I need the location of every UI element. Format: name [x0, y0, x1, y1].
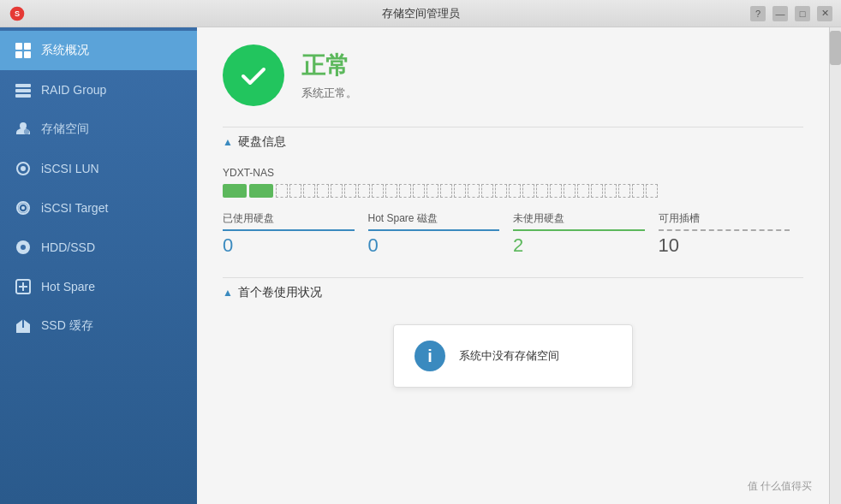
- disk-bar-hot: [249, 184, 273, 198]
- disk-bar-dash: [276, 184, 288, 198]
- disk-stat-used-value: 0: [223, 229, 355, 257]
- iscsi-lun-icon: [14, 159, 33, 178]
- sidebar-label-system-overview: 系统概况: [41, 43, 89, 58]
- disk-bar-dash: [495, 184, 507, 198]
- scrollbar-track[interactable]: [829, 27, 841, 504]
- close-button[interactable]: ✕: [817, 6, 832, 21]
- main-content: 正常 系统正常。 ▲ 硬盘信息 YDXT-NAS 已使用硬盘 0: [197, 27, 829, 504]
- collapse-arrow-disk: ▲: [223, 136, 233, 148]
- no-storage-text: 系统中没有存储空间: [459, 348, 559, 364]
- sidebar-item-raid-group[interactable]: RAID Group: [0, 70, 197, 110]
- app-body: 系统概况 RAID Group 存储空间: [0, 27, 841, 504]
- disk-bar-dash: [522, 184, 534, 198]
- disk-bar-dash: [413, 184, 425, 198]
- svg-point-16: [21, 206, 25, 210]
- disk-info-label: 硬盘信息: [238, 134, 286, 150]
- svg-rect-3: [24, 43, 31, 50]
- disk-stat-unused-label: 未使用硬盘: [513, 211, 645, 226]
- disk-stat-slots-label: 可用插槽: [659, 211, 790, 226]
- disk-bar-dash: [358, 184, 370, 198]
- sidebar-label-iscsi-target: iSCSI Target: [41, 201, 108, 215]
- sidebar-label-hdd-ssd: HDD/SSD: [41, 240, 95, 254]
- hdd-icon: [14, 238, 33, 257]
- disk-bar-dash: [509, 184, 521, 198]
- disk-stat-hotspare: Hot Spare 磁盘 0: [368, 211, 514, 257]
- sidebar-item-iscsi-lun[interactable]: iSCSI LUN: [0, 149, 197, 188]
- sidebar-item-storage-space[interactable]: 存储空间: [0, 110, 197, 149]
- svg-text:S: S: [15, 9, 20, 18]
- disk-bar-dash: [618, 184, 630, 198]
- sidebar-item-hdd-ssd[interactable]: HDD/SSD: [0, 228, 197, 267]
- raid-icon: [14, 80, 33, 99]
- disk-bar-dash: [577, 184, 589, 198]
- disk-bar-dash: [440, 184, 452, 198]
- nas-label: YDXT-NAS: [223, 167, 803, 179]
- disk-stat-hotspare-value: 0: [368, 229, 500, 257]
- disk-bar-dash: [344, 184, 356, 198]
- storage-icon: [14, 120, 33, 139]
- ssd-cache-icon: [14, 317, 33, 335]
- disk-bar-dash: [289, 184, 301, 198]
- disk-stat-unused-value: 2: [513, 229, 645, 257]
- disk-bar-dash: [385, 184, 397, 198]
- disk-bar-dash: [399, 184, 411, 198]
- sidebar-item-hot-spare[interactable]: Hot Spare: [0, 267, 197, 306]
- sidebar-label-raid-group: RAID Group: [41, 83, 106, 97]
- disk-stat-slots-value: 10: [659, 229, 790, 257]
- disk-bar-dashes: [276, 184, 803, 198]
- disk-bar-dash: [646, 184, 658, 198]
- window-title: 存储空间管理员: [382, 6, 460, 21]
- disk-bar-dash: [605, 184, 617, 198]
- svg-rect-2: [15, 43, 22, 50]
- help-button[interactable]: ?: [750, 6, 766, 21]
- disk-bar-dash: [468, 184, 480, 198]
- disk-bar-dash: [454, 184, 466, 198]
- minimize-button[interactable]: —: [772, 6, 788, 21]
- disk-bar-dash: [331, 184, 343, 198]
- svg-point-11: [24, 129, 29, 134]
- svg-point-13: [21, 166, 26, 171]
- disk-stat-used: 已使用硬盘 0: [223, 211, 368, 257]
- svg-rect-5: [24, 51, 31, 58]
- disk-info-header[interactable]: ▲ 硬盘信息: [223, 127, 803, 157]
- svg-point-9: [20, 122, 27, 129]
- watermark: 值 什么值得买: [748, 479, 812, 494]
- scrollbar-thumb[interactable]: [830, 31, 841, 65]
- collapse-arrow-volume: ▲: [223, 287, 233, 299]
- titlebar: S 存储空间管理员 ? — □ ✕: [0, 0, 841, 27]
- sidebar-label-iscsi-lun: iSCSI LUN: [41, 162, 99, 175]
- sidebar-item-ssd-cache[interactable]: SSD 缓存: [0, 306, 197, 346]
- disk-bar: [223, 184, 803, 198]
- svg-rect-6: [15, 84, 31, 87]
- disk-stat-hotspare-label: Hot Spare 磁盘: [368, 211, 500, 226]
- iscsi-target-icon: [14, 199, 33, 217]
- maximize-button[interactable]: □: [795, 6, 810, 21]
- sidebar-label-storage-space: 存储空间: [41, 122, 89, 137]
- disk-info-section: ▲ 硬盘信息 YDXT-NAS 已使用硬盘 0 Hot Spare 磁盘 0: [223, 127, 803, 257]
- disk-bar-dash: [317, 184, 329, 198]
- status-title: 正常: [301, 50, 357, 82]
- sidebar-label-hot-spare: Hot Spare: [41, 280, 95, 294]
- sidebar: 系统概况 RAID Group 存储空间: [0, 27, 197, 504]
- disk-bar-dash: [536, 184, 548, 198]
- app-logo: S: [9, 5, 26, 22]
- svg-rect-7: [15, 89, 31, 92]
- disk-bar-dash: [303, 184, 315, 198]
- status-section: 正常 系统正常。: [223, 44, 803, 106]
- volume-header[interactable]: ▲ 首个卷使用状况: [223, 277, 803, 307]
- disk-bar-dash: [632, 184, 644, 198]
- watermark-text: 值 什么值得买: [748, 479, 812, 494]
- disk-bar-dash: [481, 184, 493, 198]
- disk-stat-used-label: 已使用硬盘: [223, 211, 355, 226]
- disk-bar-dash: [564, 184, 576, 198]
- sidebar-item-iscsi-target[interactable]: iSCSI Target: [0, 188, 197, 228]
- status-subtitle: 系统正常。: [301, 86, 357, 101]
- disk-stat-unused: 未使用硬盘 2: [513, 211, 659, 257]
- sidebar-item-system-overview[interactable]: 系统概况: [0, 31, 197, 70]
- volume-label: 首个卷使用状况: [238, 285, 322, 300]
- window-controls: ? — □ ✕: [750, 6, 832, 21]
- svg-point-18: [21, 245, 26, 250]
- disk-bar-dash: [550, 184, 562, 198]
- grid-icon: [14, 41, 33, 60]
- status-ok-icon: [223, 44, 284, 106]
